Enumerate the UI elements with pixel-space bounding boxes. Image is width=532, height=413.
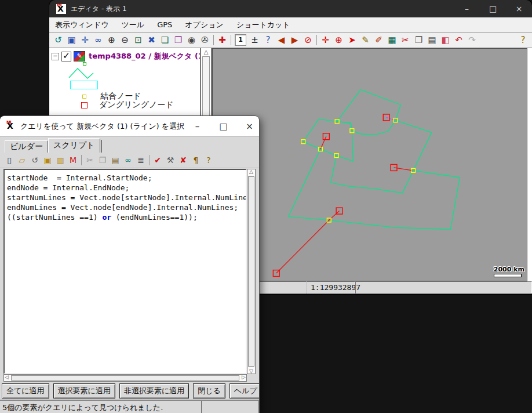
open-file-icon[interactable]: ▱ [16, 154, 28, 166]
vector-line[interactable] [396, 120, 432, 171]
zoom-in-icon[interactable]: ⊕ [105, 34, 118, 46]
revert-icon[interactable]: ↺ [28, 154, 41, 166]
copy-icon[interactable]: ❐ [96, 154, 109, 166]
scroll-right-icon[interactable]: ▷ [242, 374, 246, 380]
dangling-node[interactable] [323, 133, 329, 140]
redo-icon[interactable]: ↷ [465, 34, 479, 46]
script-editor[interactable]: startNode = Internal.StartNode;endNode =… [3, 169, 247, 374]
full-view-icon[interactable]: ▣ [65, 34, 78, 46]
format-icon[interactable]: ≣ [134, 154, 147, 166]
whats-this-icon[interactable]: ? [261, 34, 275, 46]
zoom-tool-icon[interactable]: ⊕ [332, 34, 345, 46]
selected-line[interactable] [394, 168, 413, 171]
locator-icon[interactable]: ◉ [185, 34, 198, 46]
menu-item[interactable]: GPS [157, 20, 172, 29]
insert-macro-icon[interactable]: M [67, 154, 79, 166]
find-icon[interactable]: ∞ [122, 154, 134, 166]
layer-visibility-checkbox[interactable]: ✓ [61, 52, 71, 61]
query-dialog: MIX クエリを使って 新規ベクタ (1) (ライン) を選択 – □ × ビル… [0, 116, 259, 413]
menu-item[interactable]: ショートカット [236, 20, 290, 30]
app-logo-icon: MIX [6, 121, 16, 131]
menu-item[interactable]: 表示ウィンドウ [55, 20, 109, 30]
style-icon[interactable]: ◧ [439, 34, 452, 46]
undo-icon[interactable]: ↶ [452, 34, 465, 46]
vector-line[interactable] [289, 149, 460, 229]
maximize-button[interactable]: □ [480, 0, 506, 17]
measure-tool-icon[interactable]: ✐ [372, 34, 385, 46]
layer-order-icon[interactable]: ❏ [158, 34, 172, 46]
minimize-button[interactable]: – [454, 0, 480, 17]
scroll-down-icon[interactable]: ▽ [247, 368, 255, 374]
select-single-icon[interactable]: 1 [235, 34, 246, 46]
new-file-icon[interactable]: ▯ [3, 154, 16, 166]
dialog-close-button[interactable]: × [236, 117, 259, 136]
titlebar[interactable]: MIX エディタ - 表示 1 – □ × [49, 0, 532, 17]
save-as-icon[interactable]: ▥ [54, 154, 67, 166]
apply-unselected-button[interactable]: 非選択要素に適用 [119, 383, 189, 398]
layer-title[interactable]: temp4388_02 / 新規ベクタ (1) [89, 51, 207, 61]
help-button[interactable]: ヘルプ [229, 383, 259, 398]
dialog-controls: – □ × [184, 117, 259, 136]
vector-map[interactable] [213, 49, 527, 281]
close-button[interactable]: 閉じる [193, 383, 225, 398]
scalebar-label: 2000 km [494, 266, 524, 273]
scroll-left-icon[interactable]: ◁ [5, 374, 9, 380]
toolbar-separator [231, 35, 231, 45]
legend-point-sample [83, 62, 86, 66]
menu-item[interactable]: オプション [185, 20, 224, 30]
select-toggle-icon[interactable]: ± [248, 34, 261, 46]
script-vscrollbar[interactable]: △ ▽ [247, 169, 256, 374]
cancel-icon[interactable]: ⊘ [301, 34, 315, 46]
paste-icon[interactable]: ▤ [425, 34, 439, 46]
redraw-icon[interactable]: ↺ [52, 34, 65, 46]
vector-line[interactable] [337, 90, 401, 135]
zoom-box-icon[interactable]: ⊡ [132, 34, 145, 46]
add-element-icon[interactable]: ✚ [216, 34, 229, 46]
edit-tool-icon[interactable]: ✎ [359, 34, 372, 46]
paste-icon[interactable]: ▤ [109, 154, 122, 166]
manual-icon[interactable]: ¶ [190, 154, 202, 166]
scrollbar-thumb[interactable] [11, 375, 239, 381]
prev-element-icon[interactable]: ◀ [275, 34, 288, 46]
pointer-tool-icon[interactable]: ➤ [345, 34, 359, 46]
scroll-corner [247, 374, 256, 382]
georef-icon[interactable]: ▦ [385, 34, 399, 46]
layer-style-icon[interactable]: ✎ [74, 51, 85, 61]
dialog-toolbar: ▯▱↺▣▥M✂❐▤∞≣✔⚒✘¶? [0, 153, 259, 168]
cut-icon[interactable]: ✂ [83, 154, 96, 166]
legend-polygon-sample [70, 81, 98, 89]
tab-script[interactable]: スクリプト [48, 138, 100, 153]
dialog-titlebar[interactable]: MIX クエリを使って 新規ベクタ (1) (ライン) を選択 – □ × [0, 116, 259, 137]
zoom-out-icon[interactable]: ⊖ [118, 34, 132, 46]
vector-line[interactable] [331, 155, 413, 193]
scroll-up-icon[interactable]: △ [201, 49, 211, 55]
help-icon[interactable]: ? [202, 154, 215, 166]
layer-paint-icon[interactable]: ❐ [172, 34, 185, 46]
scroll-up-icon[interactable]: △ [247, 169, 255, 175]
check-syntax-icon[interactable]: ✔ [151, 154, 164, 166]
dialog-maximize-button[interactable]: □ [210, 117, 236, 136]
menu-item[interactable]: ツール [122, 20, 145, 30]
cut-icon[interactable]: ✂ [399, 34, 412, 46]
previous-view-icon[interactable]: ∞ [92, 34, 105, 46]
copy-icon[interactable]: ❐ [412, 34, 425, 46]
save-icon[interactable]: ▣ [41, 154, 54, 166]
tools-icon[interactable]: ⚒ [164, 154, 177, 166]
collapse-icon[interactable]: − [52, 53, 59, 60]
map-view[interactable]: 2000 km [212, 48, 527, 281]
pan-tool-icon[interactable]: ✛ [319, 34, 332, 46]
delete-icon[interactable]: ✘ [177, 154, 190, 166]
pan-view-icon[interactable]: ✛ [78, 34, 92, 46]
script-hscrollbar[interactable]: ◁ ▷ [3, 374, 247, 382]
vector-line[interactable] [303, 119, 353, 161]
dialog-minimize-button[interactable]: – [184, 117, 210, 136]
apply-all-button[interactable]: 全てに適用 [2, 383, 49, 398]
help-icon[interactable]: ? [516, 34, 530, 46]
zoom-full-icon[interactable]: ✖ [145, 34, 158, 46]
scrollbar-thumb[interactable] [248, 176, 254, 367]
next-element-icon[interactable]: ▶ [288, 34, 301, 46]
tab-builder[interactable]: ビルダー [5, 140, 48, 153]
snapshot-icon[interactable]: ✇ [198, 34, 212, 46]
apply-selected-button[interactable]: 選択要素に適用 [53, 383, 115, 398]
close-button[interactable]: × [506, 0, 532, 17]
